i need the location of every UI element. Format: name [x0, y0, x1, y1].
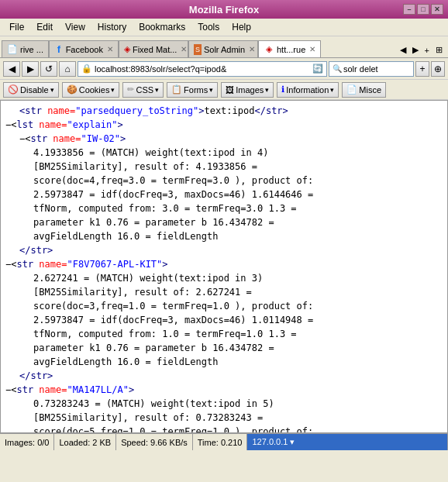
tab-label-3: Solr Admin	[204, 45, 245, 54]
reload-button[interactable]: ↺	[40, 61, 57, 77]
status-ip[interactable]: 127.0.0.1 ▾	[247, 434, 448, 450]
tab-bar: 📄 rive ... f Facebook ✕ ◈ Fixed Mat... ✕…	[0, 36, 448, 58]
tab-4[interactable]: ◈ htt...rue ✕	[258, 40, 321, 57]
forms-arrow: ▾	[209, 86, 213, 94]
tab-label-1: Facebook	[66, 45, 103, 54]
forward-button[interactable]: ▶	[22, 61, 39, 77]
search-text: solr delet	[343, 64, 410, 74]
content-line: tfNorm, computed from: 3.0 = termFreq=3.…	[5, 201, 443, 215]
content-line: 2.627241 = (MATCH) weight(text:ipod in 3…	[5, 271, 443, 285]
content-line: <str name="parsedquery_toString">text:ip…	[5, 104, 443, 118]
close-button[interactable]: ✕	[431, 4, 443, 15]
content-line: score(doc=5,freq=1.0 = termFreq=1.0 ), p…	[5, 425, 443, 433]
content-line: −<lst name="explain">	[5, 118, 443, 132]
window-controls[interactable]: – □ ✕	[403, 4, 443, 15]
tab-close-4[interactable]: ✕	[309, 45, 315, 53]
maximize-button[interactable]: □	[417, 4, 429, 15]
menu-view[interactable]: View	[59, 20, 91, 34]
cookies-button[interactable]: 🍪 Cookies ▾	[62, 82, 120, 98]
minimize-button[interactable]: –	[403, 4, 415, 15]
status-time: Time: 0.210	[193, 434, 248, 450]
content-line: avgFieldLength 16.0 = fieldLength	[5, 229, 443, 243]
content-line: [BM25Similarity], result of: 2.627241 =	[5, 285, 443, 299]
zoom-out-button[interactable]: ⊕	[431, 61, 445, 77]
tab-label-4: htt...rue	[277, 45, 305, 54]
content-line: parameter k1 0.76 = parameter b 16.43478…	[5, 341, 443, 355]
tab-list[interactable]: ⊞	[433, 44, 445, 56]
status-speed: Speed: 9.66 KB/s	[116, 434, 193, 450]
search-bar[interactable]: 🔍 solr delet	[329, 61, 414, 77]
zoom-in-button[interactable]: +	[415, 61, 429, 77]
web-developer-toolbar: 🚫 Disable ▾ 🍪 Cookies ▾ ✏ CSS ▾ 📋 Forms …	[0, 80, 448, 100]
menu-bar: File Edit View History Bookmarks Tools H…	[0, 19, 448, 36]
tab-0[interactable]: 📄 rive ...	[2, 40, 49, 57]
tab-scroll-left[interactable]: ◀	[398, 44, 408, 56]
disable-button[interactable]: 🚫 Disable ▾	[3, 82, 59, 98]
tab-1[interactable]: f Facebook ✕	[49, 40, 119, 57]
menu-file[interactable]: File	[3, 20, 30, 34]
disable-label: Disable	[20, 85, 49, 95]
forms-button[interactable]: 📋 Forms ▾	[167, 82, 218, 98]
tab-2[interactable]: ◈ Fixed Mat... ✕	[119, 40, 188, 57]
css-label: CSS	[136, 85, 153, 95]
images-button[interactable]: 🖼 Images ▾	[221, 82, 274, 98]
information-button[interactable]: ℹ Information ▾	[277, 82, 339, 98]
tab-label-2: Fixed Mat...	[133, 45, 177, 54]
disable-arrow: ▾	[50, 86, 54, 94]
tab-close-2[interactable]: ✕	[181, 45, 187, 53]
images-arrow: ▾	[265, 86, 269, 94]
tab-label-0: rive ...	[20, 45, 43, 54]
css-arrow: ▾	[155, 86, 159, 94]
tab-favicon-1: f	[54, 44, 64, 55]
information-label: Information	[286, 85, 329, 95]
content-area[interactable]: <str name="parsedquery_toString">text:ip…	[0, 100, 448, 433]
content-line: avgFieldLength 16.0 = fieldLength	[5, 355, 443, 369]
tab-scroll-right[interactable]: ▶	[410, 44, 421, 56]
tab-new[interactable]: +	[422, 45, 432, 56]
menu-bookmarks[interactable]: Bookmarks	[133, 20, 191, 34]
status-images: Images: 0/0	[0, 434, 54, 450]
menu-history[interactable]: History	[91, 20, 133, 34]
tab-favicon-3: S	[194, 44, 202, 55]
tab-3[interactable]: S Solr Admin ✕	[188, 40, 258, 57]
content-line: score(doc=4,freq=3.0 = termFreq=3.0 ), p…	[5, 174, 443, 188]
home-button[interactable]: ⌂	[59, 61, 76, 77]
misc-button[interactable]: 📄 Misce	[342, 82, 386, 98]
cookies-icon: 🍪	[67, 84, 78, 95]
content-line: tfNorm, computed from: 1.0 = termFreq=1.…	[5, 327, 443, 341]
menu-edit[interactable]: Edit	[30, 20, 59, 34]
back-button[interactable]: ◀	[3, 61, 20, 77]
images-icon: 🖼	[226, 85, 234, 95]
window-title: Mozilla Firefox	[189, 4, 259, 15]
content-line: score(doc=3,freq=1.0 = termFreq=1.0 ), p…	[5, 299, 443, 313]
content-line: −<str name="IW-02">	[5, 132, 443, 146]
address-refresh-icon[interactable]: 🔄	[312, 64, 323, 74]
content-line: 0.73283243 = (MATCH) weight(text:ipod in…	[5, 397, 443, 411]
cookies-label: Cookies	[79, 85, 110, 95]
search-icon: 🔍	[333, 64, 342, 73]
cookies-arrow: ▾	[111, 86, 115, 94]
information-arrow: ▾	[330, 86, 334, 94]
images-label: Images	[236, 85, 264, 95]
tab-close-1[interactable]: ✕	[107, 45, 113, 53]
nav-bar: ◀ ▶ ↺ ⌂ 🔒 localhost:8983/solr/select?q=i…	[0, 58, 448, 80]
tab-favicon-2: ◈	[124, 44, 130, 55]
tab-favicon-0: 📄	[7, 44, 18, 55]
forms-icon: 📋	[171, 84, 182, 95]
content-line: [BM25Similarity], result of: 0.73283243 …	[5, 411, 443, 425]
content-line: 2.5973847 = idf(docFreq=3, maxDocs=46) 1…	[5, 188, 443, 201]
content-line: </str>	[5, 369, 443, 383]
information-icon: ℹ	[281, 84, 284, 95]
content-line: −<str name="MA147LL/A">	[5, 383, 443, 397]
content-line: </str>	[5, 243, 443, 257]
tab-controls: ◀ ▶ + ⊞	[396, 43, 446, 57]
misc-icon: 📄	[346, 84, 357, 95]
tab-close-3[interactable]: ✕	[249, 45, 255, 53]
disable-icon: 🚫	[8, 84, 19, 95]
css-button[interactable]: ✏ CSS ▾	[122, 82, 164, 98]
status-bar: Images: 0/0 Loaded: 2 KB Speed: 9.66 KB/…	[0, 433, 448, 450]
address-icon: 🔒	[81, 64, 92, 74]
menu-help[interactable]: Help	[226, 20, 257, 34]
menu-tools[interactable]: Tools	[191, 20, 226, 34]
address-bar[interactable]: 🔒 localhost:8983/solr/select?q=ipod& 🔄	[78, 61, 327, 77]
